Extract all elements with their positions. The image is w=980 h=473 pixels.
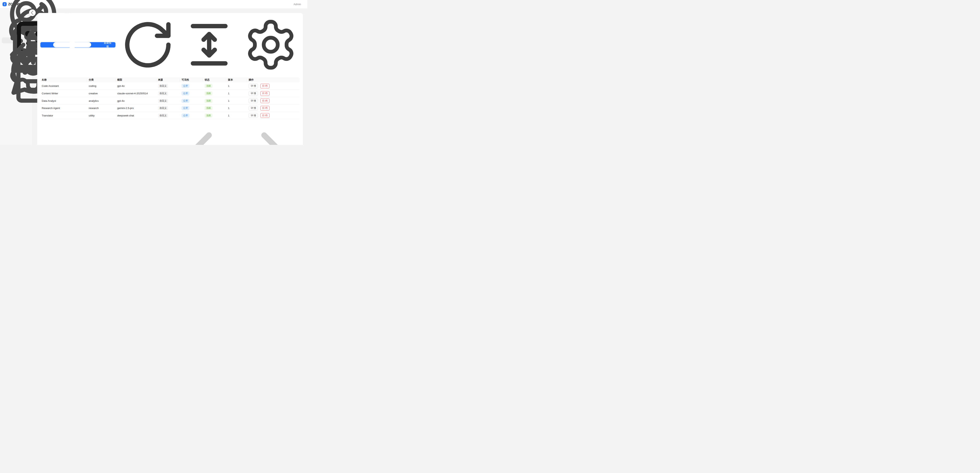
cell-actions: 详 情 归 档 bbox=[247, 105, 300, 112]
cell-visibility: 公开 bbox=[180, 97, 203, 105]
cell-version: 1 bbox=[226, 82, 247, 90]
status-badge: 活跃 bbox=[205, 91, 212, 96]
cell-visibility: 公开 bbox=[180, 82, 203, 90]
sidebar-collapse-button[interactable] bbox=[29, 10, 36, 16]
cell-category: creative bbox=[87, 90, 115, 97]
cell-version: 1 bbox=[226, 112, 247, 119]
pagination: 第 1-5 条/总共 5 条 1 bbox=[40, 122, 300, 145]
cell-actions: 详 情 归 档 bbox=[247, 97, 300, 105]
cell-version: 1 bbox=[226, 97, 247, 105]
status-badge: 活跃 bbox=[205, 84, 212, 88]
visibility-badge: 公开 bbox=[181, 106, 189, 110]
visibility-badge: 公开 bbox=[181, 99, 189, 103]
cell-status: 活跃 bbox=[203, 105, 226, 112]
cell-version: 1 bbox=[226, 105, 247, 112]
cell-source: 自定义 bbox=[156, 105, 180, 112]
cell-model: gpt-4o bbox=[115, 97, 156, 105]
new-template-label: 新建模板 bbox=[102, 41, 113, 48]
cell-visibility: 公开 bbox=[180, 90, 203, 97]
column-header-6: 版本 bbox=[226, 77, 247, 82]
cell-source: 自定义 bbox=[156, 82, 180, 90]
cell-source: 自定义 bbox=[156, 97, 180, 105]
visibility-badge: 公开 bbox=[181, 91, 189, 96]
cell-status: 活跃 bbox=[203, 97, 226, 105]
column-header-1: 分类 bbox=[87, 77, 115, 82]
column-settings-button[interactable] bbox=[242, 16, 300, 74]
detail-button[interactable]: 详 情 bbox=[249, 84, 258, 88]
main-content: 新建模板 名称分类模型来源可见性状态版本操作 bbox=[33, 9, 307, 145]
cell-name: Code Assistant bbox=[40, 82, 87, 90]
pagination-prev-button[interactable] bbox=[173, 122, 232, 145]
visibility-badge: 公开 bbox=[181, 113, 189, 118]
pagination-next-button[interactable] bbox=[241, 122, 300, 145]
archive-button[interactable]: 归 档 bbox=[260, 91, 269, 96]
refresh-button[interactable] bbox=[119, 16, 177, 74]
column-header-0: 名称 bbox=[40, 77, 87, 82]
detail-button[interactable]: 详 情 bbox=[249, 99, 258, 103]
source-badge: 自定义 bbox=[158, 106, 168, 110]
table-row: Research Agent research gemini-2.5-pro 自… bbox=[40, 105, 300, 112]
sidebar: 仪表盘 账号管理 服务商 模型管理 Agent 模板 API 密钥 用量统计 中… bbox=[0, 9, 33, 145]
cell-category: research bbox=[87, 105, 115, 112]
source-badge: 自定义 bbox=[158, 99, 168, 103]
chevron-left-icon bbox=[29, 10, 36, 16]
cell-actions: 详 情 归 档 bbox=[247, 82, 300, 90]
detail-button[interactable]: 详 情 bbox=[249, 91, 258, 96]
plus-icon bbox=[43, 16, 101, 74]
status-badge: 活跃 bbox=[205, 106, 212, 110]
cell-version: 1 bbox=[226, 90, 247, 97]
cell-status: 活跃 bbox=[203, 82, 226, 90]
table-row: Code Assistant coding gpt-4o 自定义 公开 活跃 1… bbox=[40, 82, 300, 90]
user-menu[interactable]: Admin bbox=[294, 3, 301, 6]
cell-status: 活跃 bbox=[203, 112, 226, 119]
sidebar-item-10[interactable]: 操作日志 bbox=[2, 77, 30, 83]
table-toolbar: 新建模板 bbox=[40, 16, 300, 74]
cell-visibility: 公开 bbox=[180, 112, 203, 119]
source-badge: 自定义 bbox=[158, 84, 168, 88]
templates-table: 名称分类模型来源可见性状态版本操作 Code Assistant coding … bbox=[40, 77, 300, 119]
visibility-badge: 公开 bbox=[181, 84, 189, 88]
column-header-5: 状态 bbox=[203, 77, 226, 82]
cell-model: gpt-4o bbox=[115, 82, 156, 90]
cell-category: utility bbox=[87, 112, 115, 119]
cell-name: Research Agent bbox=[40, 105, 87, 112]
cell-actions: 详 情 归 档 bbox=[247, 112, 300, 119]
column-height-icon bbox=[180, 16, 238, 74]
density-button[interactable] bbox=[180, 16, 238, 74]
content-card: 新建模板 名称分类模型来源可见性状态版本操作 bbox=[37, 13, 303, 145]
column-header-4: 可见性 bbox=[180, 77, 203, 82]
settings-icon bbox=[242, 16, 300, 74]
cell-model: gemini-2.5-pro bbox=[115, 105, 156, 112]
column-header-3: 来源 bbox=[156, 77, 180, 82]
cell-source: 自定义 bbox=[156, 90, 180, 97]
chevron-left-icon bbox=[173, 122, 232, 145]
cell-name: Translator bbox=[40, 112, 87, 119]
cell-name: Content Writer bbox=[40, 90, 87, 97]
cell-model: claude-sonnet-4-20250514 bbox=[115, 90, 156, 97]
table-row: Data Analyst analytics gpt-4o 自定义 公开 活跃 … bbox=[40, 97, 300, 105]
column-header-7: 操作 bbox=[247, 77, 300, 82]
cell-model: deepseek-chat bbox=[115, 112, 156, 119]
chevron-right-icon bbox=[241, 122, 300, 145]
archive-button[interactable]: 归 档 bbox=[260, 99, 269, 103]
source-badge: 自定义 bbox=[158, 113, 168, 118]
cell-source: 自定义 bbox=[156, 112, 180, 119]
status-badge: 活跃 bbox=[205, 113, 212, 118]
cell-actions: 详 情 归 档 bbox=[247, 90, 300, 97]
archive-button[interactable]: 归 档 bbox=[260, 113, 269, 118]
source-badge: 自定义 bbox=[158, 91, 168, 96]
cell-visibility: 公开 bbox=[180, 105, 203, 112]
status-badge: 活跃 bbox=[205, 99, 212, 103]
table-header-row: 名称分类模型来源可见性状态版本操作 bbox=[40, 77, 300, 82]
table-row: Translator utility deepseek-chat 自定义 公开 … bbox=[40, 112, 300, 119]
archive-button[interactable]: 归 档 bbox=[260, 106, 269, 111]
cell-name: Data Analyst bbox=[40, 97, 87, 105]
new-template-button[interactable]: 新建模板 bbox=[40, 42, 115, 48]
detail-button[interactable]: 详 情 bbox=[249, 113, 258, 118]
cell-category: coding bbox=[87, 82, 115, 90]
cell-status: 活跃 bbox=[203, 90, 226, 97]
column-header-2: 模型 bbox=[115, 77, 156, 82]
archive-button[interactable]: 归 档 bbox=[260, 84, 269, 88]
detail-button[interactable]: 详 情 bbox=[249, 106, 258, 111]
refresh-icon bbox=[119, 16, 177, 74]
